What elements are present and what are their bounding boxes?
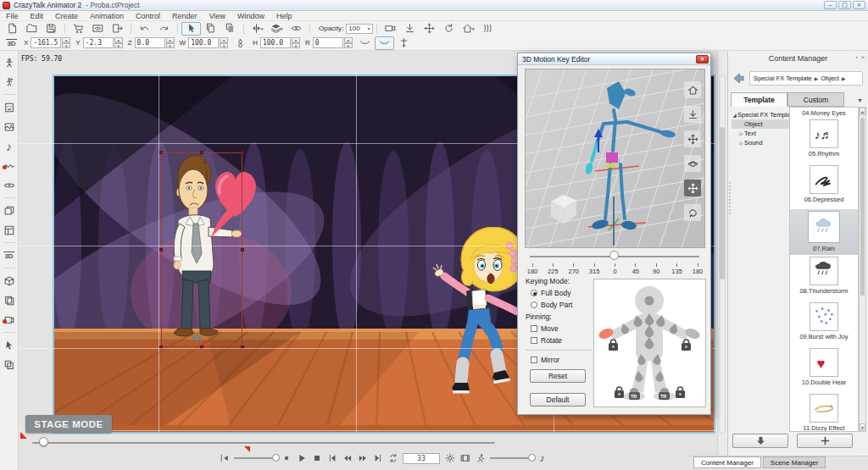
fast-forward-button[interactable]: [357, 452, 368, 464]
motion-3d-viewport[interactable]: [525, 69, 705, 248]
flag-3d-button[interactable]: 3D: [2, 36, 21, 50]
sidebar-audio-record-button[interactable]: [2, 158, 17, 173]
opacity-dropdown[interactable]: 100▼: [346, 24, 373, 34]
layers-button[interactable]: ▼: [267, 22, 287, 36]
selection-handle[interactable]: [200, 151, 203, 154]
tree-item-special-fx-template[interactable]: ◢Special FX Template: [732, 110, 789, 119]
viewport-move-active-button[interactable]: [684, 180, 701, 196]
move-button[interactable]: [420, 22, 439, 36]
play-button[interactable]: [296, 452, 307, 464]
dialog-close-button[interactable]: ×: [696, 55, 709, 64]
panel-resize-grip[interactable]: [728, 182, 731, 258]
sidebar-face-button[interactable]: [2, 100, 17, 114]
item-thumbnail[interactable]: [808, 211, 840, 243]
sidebar-image-button[interactable]: [2, 119, 17, 134]
checkbox-rotate[interactable]: Rotate: [526, 335, 593, 346]
curve-boxed-button[interactable]: [375, 36, 394, 50]
list-item-clipped[interactable]: 04.Money Eyes: [790, 108, 858, 118]
transform-h-field[interactable]: 100.0: [260, 37, 291, 48]
volume-slider-handle[interactable]: [528, 454, 536, 462]
list-item-06-depressed[interactable]: 06.Depressed: [790, 163, 858, 209]
item-thumbnail[interactable]: [810, 302, 838, 331]
scroll-up-icon[interactable]: ▲: [860, 108, 865, 115]
item-thumbnail[interactable]: [810, 165, 838, 194]
selection-handle[interactable]: [241, 346, 244, 349]
download-button[interactable]: [732, 434, 788, 448]
sidebar-motion-button[interactable]: [2, 75, 17, 89]
transform-z-field[interactable]: 0.0: [135, 37, 165, 48]
dialog-titlebar[interactable]: 3D Motion Key Editor ×: [518, 53, 710, 65]
timeline-track[interactable]: [32, 442, 495, 444]
checkbox-move[interactable]: Move: [526, 323, 593, 335]
tree-item-sound[interactable]: ▷Sound: [732, 138, 789, 147]
sidebar-view-3d-button[interactable]: 3D: [2, 248, 17, 263]
sidebar-composer-button[interactable]: [2, 223, 17, 237]
pivot-transform-button[interactable]: [394, 36, 414, 50]
redo-button[interactable]: [154, 22, 174, 36]
close-panel-icon[interactable]: ×: [861, 54, 865, 60]
selection-handle[interactable]: [159, 346, 163, 349]
body-map-panel[interactable]: TR TR: [593, 279, 706, 407]
skeleton-3d-view[interactable]: [526, 69, 704, 247]
list-item-05-rhythm[interactable]: ♪♬05.Rhythm: [790, 118, 858, 163]
item-thumbnail[interactable]: ♥: [810, 348, 838, 377]
sidebar-duplicate-button[interactable]: [2, 357, 17, 372]
paste-stack-button[interactable]: [220, 22, 240, 36]
sidebar-scene-windows-button[interactable]: [2, 203, 17, 218]
visibility-button[interactable]: [287, 22, 306, 36]
undo-button[interactable]: [135, 22, 154, 36]
menu-file[interactable]: File: [0, 12, 25, 20]
selection-handle[interactable]: [241, 248, 244, 252]
spin-down-icon[interactable]: ▼: [344, 43, 353, 49]
anchor-down-button[interactable]: [400, 22, 420, 36]
maximize-button[interactable]: ▢: [838, 1, 851, 9]
list-item-10-double-hear[interactable]: ♥10.Double Hear: [790, 346, 858, 392]
skip-start-button[interactable]: [326, 452, 337, 464]
sidebar-actor-button[interactable]: [2, 55, 17, 69]
loop-button[interactable]: [387, 452, 398, 464]
render-frame-button[interactable]: [459, 452, 470, 464]
settings-button[interactable]: [444, 452, 455, 464]
selection-handle[interactable]: [159, 248, 163, 252]
body-map-diagram[interactable]: TR TR: [594, 279, 705, 406]
menu-animation[interactable]: Animation: [84, 12, 130, 20]
radio-full-body[interactable]: Full Body: [526, 287, 593, 299]
viewport-orbit-button[interactable]: [684, 155, 701, 172]
sidebar-fx-eye-button[interactable]: [2, 178, 17, 192]
transform-x-field[interactable]: -161.5: [31, 37, 61, 48]
spin-down-icon[interactable]: ▼: [292, 43, 300, 49]
mirror-button[interactable]: ▼: [248, 22, 267, 36]
home-button[interactable]: ▼: [459, 22, 478, 36]
item-thumbnail[interactable]: [810, 394, 838, 423]
spin-down-icon[interactable]: ▼: [166, 43, 175, 49]
viewport-home-button[interactable]: [684, 81, 701, 98]
transform-y-field[interactable]: -2.3: [83, 37, 114, 48]
sidebar-pick-tool-button[interactable]: [2, 338, 17, 352]
volume-slider[interactable]: [490, 457, 532, 459]
copy-button[interactable]: [201, 22, 220, 36]
spin-down-icon[interactable]: ▼: [220, 43, 228, 49]
viewport-anchor-down-button[interactable]: [684, 106, 701, 123]
menu-window[interactable]: Window: [231, 12, 270, 20]
tree-item-text[interactable]: ▷Text: [732, 129, 789, 138]
viewport-move-button[interactable]: [684, 130, 701, 147]
spin-down-icon[interactable]: ▼: [62, 43, 70, 49]
curve-button[interactable]: [355, 36, 375, 50]
list-item-08-thunderstorm[interactable]: 08.Thunderstorm: [790, 255, 858, 301]
list-item-11-dizzy-effect[interactable]: 11.Dizzy Effect: [790, 392, 858, 432]
default-button[interactable]: Default: [530, 393, 586, 406]
reset-button[interactable]: Reset: [530, 369, 586, 383]
add-button[interactable]: [797, 434, 853, 448]
open-folder-button[interactable]: [22, 22, 42, 36]
curtain-button[interactable]: [478, 22, 498, 36]
bottom-tab-content-manager[interactable]: Content Manager: [693, 456, 761, 468]
list-item-09-burst-with-joy[interactable]: 09.Burst with Joy: [790, 301, 858, 346]
stage-preview-button[interactable]: [88, 22, 108, 36]
selection-box[interactable]: [161, 152, 242, 347]
back-button[interactable]: [731, 72, 746, 86]
breadcrumb[interactable]: Special FX Template▶Object▶: [749, 71, 863, 86]
new-file-button[interactable]: [3, 22, 22, 36]
menu-create[interactable]: Create: [49, 12, 84, 20]
tab-dropdown-icon[interactable]: ▼: [857, 97, 863, 107]
close-button[interactable]: ×: [853, 1, 865, 9]
